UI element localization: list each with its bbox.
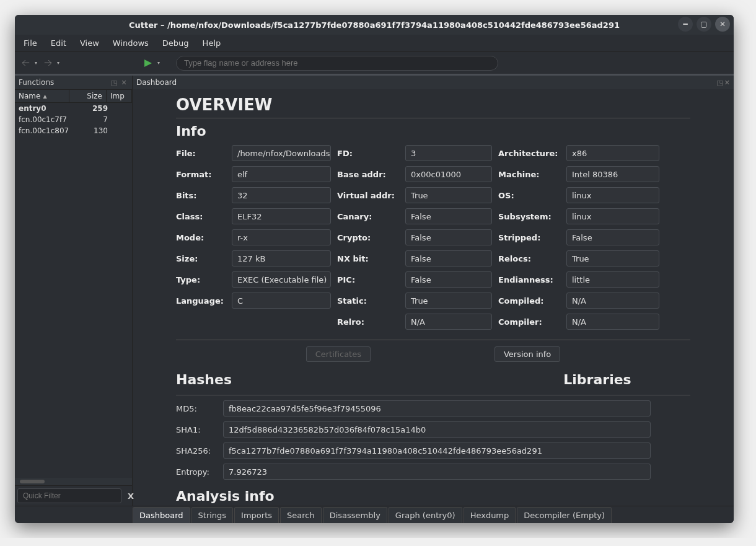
tab-dashboard[interactable]: Dashboard xyxy=(133,507,190,523)
val-base[interactable]: 0x00c01000 xyxy=(405,166,492,182)
function-row[interactable]: entry0 259 xyxy=(15,103,132,114)
menu-view[interactable]: View xyxy=(74,36,105,50)
lbl-compiler: Compiler: xyxy=(498,317,560,327)
info-grid: File: /home/nfox/Downloads/f5c FD: 3 Arc… xyxy=(176,145,690,330)
val-endian[interactable]: little xyxy=(566,271,659,288)
lbl-relocs: Relocs: xyxy=(498,254,560,263)
menu-edit[interactable]: Edit xyxy=(45,36,73,50)
val-canary[interactable]: False xyxy=(405,208,492,224)
val-md5[interactable]: fb8eac22caa97d5fe5f96e3f79455096 xyxy=(223,400,651,416)
tab-graph[interactable]: Graph (entry0) xyxy=(389,507,462,523)
tab-disassembly[interactable]: Disassembly xyxy=(323,507,387,523)
lbl-type: Type: xyxy=(176,275,226,284)
close-dash-icon[interactable]: ✕ xyxy=(724,79,730,87)
address-input[interactable] xyxy=(176,56,498,71)
function-row[interactable]: fcn.00c1c7f7 7 xyxy=(15,114,132,125)
lbl-lang: Language: xyxy=(176,296,226,306)
val-crypto[interactable]: False xyxy=(405,229,492,245)
lbl-static: Static: xyxy=(337,296,399,306)
val-os[interactable]: linux xyxy=(566,187,659,203)
lbl-canary: Canary: xyxy=(337,212,399,221)
run-dropdown-icon[interactable]: ▾ xyxy=(157,60,160,66)
val-arch[interactable]: x86 xyxy=(566,145,659,161)
menu-file[interactable]: File xyxy=(17,36,43,50)
detach-dash-icon[interactable]: ◳ xyxy=(716,79,723,87)
lbl-sha256: SHA256: xyxy=(176,446,219,456)
tab-strings[interactable]: Strings xyxy=(191,507,234,523)
lbl-arch: Architecture: xyxy=(498,149,560,158)
lbl-base: Base addr: xyxy=(337,170,399,179)
lbl-class: Class: xyxy=(176,212,226,221)
forward-dropdown-icon[interactable]: ▾ xyxy=(57,60,59,66)
hashes-heading: Hashes xyxy=(176,372,504,387)
detach-icon[interactable]: ◳ xyxy=(110,78,118,87)
sidebar-hscroll[interactable] xyxy=(15,478,132,485)
val-entropy[interactable]: 7.926723 xyxy=(223,464,651,480)
val-size[interactable]: 127 kB xyxy=(232,250,331,266)
version-info-button[interactable]: Version info xyxy=(494,346,560,362)
lbl-crypto: Crypto: xyxy=(337,233,399,242)
lbl-machine: Machine: xyxy=(498,170,560,179)
val-relro[interactable]: N/A xyxy=(405,314,492,330)
functions-panel-title: Functions xyxy=(19,78,54,87)
val-static[interactable]: True xyxy=(405,293,492,309)
lbl-sha1: SHA1: xyxy=(176,425,219,434)
tab-imports[interactable]: Imports xyxy=(234,507,279,523)
bottom-tabbar: Dashboard Strings Imports Search Disasse… xyxy=(15,506,734,523)
lbl-fd: FD: xyxy=(337,149,399,158)
back-button[interactable]: 🡠 xyxy=(19,56,32,70)
val-compiled[interactable]: N/A xyxy=(566,293,659,309)
val-pic[interactable]: False xyxy=(405,271,492,288)
val-format[interactable]: elf xyxy=(232,166,331,182)
val-va[interactable]: True xyxy=(405,187,492,203)
maximize-button[interactable]: ▢ xyxy=(697,17,711,32)
menu-windows[interactable]: Windows xyxy=(107,36,155,50)
run-button[interactable] xyxy=(141,56,155,70)
col-size[interactable]: Size xyxy=(69,90,107,102)
val-lang[interactable]: C xyxy=(232,293,331,309)
quick-filter-input[interactable] xyxy=(17,488,121,503)
val-stripped[interactable]: False xyxy=(566,229,659,245)
lbl-entropy: Entropy: xyxy=(176,467,219,477)
col-imp[interactable]: Imp xyxy=(107,90,132,102)
val-compiler[interactable]: N/A xyxy=(566,314,659,330)
menu-debug[interactable]: Debug xyxy=(156,36,195,50)
val-file[interactable]: /home/nfox/Downloads/f5c xyxy=(232,145,331,161)
lbl-va: Virtual addr: xyxy=(337,191,399,200)
overview-heading: OVERVIEW xyxy=(176,95,690,114)
forward-button[interactable]: 🡢 xyxy=(41,56,55,70)
val-nx[interactable]: False xyxy=(405,250,492,266)
tab-search[interactable]: Search xyxy=(280,507,322,523)
lbl-mode: Mode: xyxy=(176,233,226,242)
back-dropdown-icon[interactable]: ▾ xyxy=(35,60,37,66)
lbl-md5: MD5: xyxy=(176,404,219,413)
sort-asc-icon: ▲ xyxy=(43,94,46,99)
val-mode[interactable]: r-x xyxy=(232,229,331,245)
close-button[interactable]: ✕ xyxy=(715,17,730,32)
lbl-compiled: Compiled: xyxy=(498,296,560,306)
minimize-button[interactable]: ━ xyxy=(678,17,693,32)
val-subsys[interactable]: linux xyxy=(566,208,659,224)
info-heading: Info xyxy=(176,123,690,139)
val-fd[interactable]: 3 xyxy=(405,145,492,161)
tab-hexdump[interactable]: Hexdump xyxy=(464,507,516,523)
val-type[interactable]: EXEC (Executable file) xyxy=(232,271,331,288)
val-relocs[interactable]: True xyxy=(566,250,659,266)
titlebar: Cutter – /home/nfox/Downloads/f5ca1277b7… xyxy=(15,15,734,35)
app-window: Cutter – /home/nfox/Downloads/f5ca1277b7… xyxy=(15,15,734,523)
close-panel-icon[interactable]: ✕ xyxy=(120,78,128,87)
lbl-file: File: xyxy=(176,149,226,158)
functions-header: Name▲ Size Imp xyxy=(15,89,132,103)
val-sha1[interactable]: 12df5d886d43236582b57d036f84f078c15a14b0 xyxy=(223,421,651,438)
val-bits[interactable]: 32 xyxy=(232,187,331,203)
val-class[interactable]: ELF32 xyxy=(232,208,331,224)
lbl-os: OS: xyxy=(498,191,560,200)
val-machine[interactable]: Intel 80386 xyxy=(566,166,659,182)
val-sha256[interactable]: f5ca1277b7fde07880a691f7f3794a11980a408c… xyxy=(223,443,651,459)
function-row[interactable]: fcn.00c1c807 130 xyxy=(15,125,132,136)
lbl-relro: Relro: xyxy=(337,317,399,327)
tab-decompiler[interactable]: Decompiler (Empty) xyxy=(517,507,612,523)
menu-help[interactable]: Help xyxy=(196,36,227,50)
col-name[interactable]: Name▲ xyxy=(15,90,69,102)
window-title: Cutter – /home/nfox/Downloads/f5ca1277b7… xyxy=(129,20,620,30)
